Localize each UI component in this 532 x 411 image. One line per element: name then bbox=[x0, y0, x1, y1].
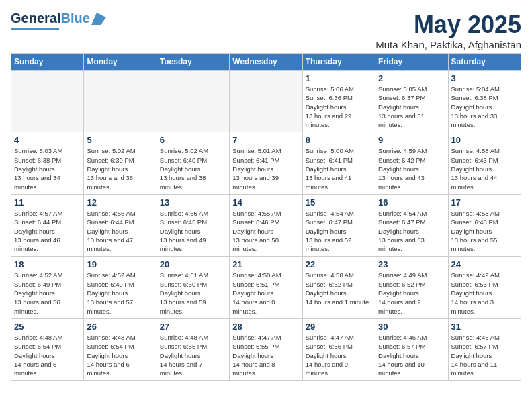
day-number: 23 bbox=[378, 259, 445, 269]
calendar-cell-17: 17Sunrise: 4:53 AMSunset: 6:48 PMDayligh… bbox=[448, 194, 521, 256]
calendar-header-row: SundayMondayTuesdayWednesdayThursdayFrid… bbox=[11, 54, 521, 71]
col-header-tuesday: Tuesday bbox=[157, 54, 229, 71]
logo-icon bbox=[91, 13, 106, 25]
day-number: 7 bbox=[232, 135, 299, 145]
calendar-cell-23: 23Sunrise: 4:49 AMSunset: 6:52 PMDayligh… bbox=[375, 257, 448, 318]
day-number: 26 bbox=[87, 322, 153, 332]
day-info: Sunrise: 4:49 AMSunset: 6:52 PMDaylight … bbox=[378, 271, 445, 315]
logo-blue: Blue bbox=[60, 11, 89, 26]
day-info: Sunrise: 4:52 AMSunset: 6:49 PMDaylight … bbox=[87, 271, 153, 315]
calendar-week-4: 18Sunrise: 4:52 AMSunset: 6:49 PMDayligh… bbox=[11, 257, 521, 318]
day-info: Sunrise: 4:48 AMSunset: 6:54 PMDaylight … bbox=[87, 333, 153, 377]
day-number: 12 bbox=[87, 197, 153, 208]
logo: General Blue bbox=[11, 11, 106, 30]
col-header-sunday: Sunday bbox=[11, 54, 84, 71]
calendar-cell-14: 14Sunrise: 4:55 AMSunset: 6:46 PMDayligh… bbox=[230, 194, 302, 256]
day-info: Sunrise: 4:46 AMSunset: 6:57 PMDaylight … bbox=[451, 333, 518, 377]
calendar-week-5: 25Sunrise: 4:48 AMSunset: 6:54 PMDayligh… bbox=[11, 318, 521, 380]
calendar-cell-25: 25Sunrise: 4:48 AMSunset: 6:54 PMDayligh… bbox=[11, 318, 84, 380]
calendar-cell-empty-0-3 bbox=[230, 71, 302, 132]
calendar-table: SundayMondayTuesdayWednesdayThursdayFrid… bbox=[11, 53, 521, 381]
day-info: Sunrise: 4:59 AMSunset: 6:42 PMDaylight … bbox=[378, 146, 445, 191]
calendar-cell-29: 29Sunrise: 4:47 AMSunset: 6:56 PMDayligh… bbox=[302, 318, 375, 380]
month-title: May 2025 bbox=[375, 11, 521, 39]
calendar-cell-31: 31Sunrise: 4:46 AMSunset: 6:57 PMDayligh… bbox=[448, 318, 521, 380]
calendar-cell-7: 7Sunrise: 5:01 AMSunset: 6:41 PMDaylight… bbox=[230, 132, 302, 194]
col-header-saturday: Saturday bbox=[448, 54, 521, 71]
calendar-cell-28: 28Sunrise: 4:47 AMSunset: 6:55 PMDayligh… bbox=[230, 318, 302, 380]
calendar-cell-empty-0-1 bbox=[84, 71, 157, 132]
col-header-thursday: Thursday bbox=[302, 54, 375, 71]
day-info: Sunrise: 4:50 AMSunset: 6:51 PMDaylight … bbox=[232, 271, 299, 315]
calendar-cell-6: 6Sunrise: 5:02 AMSunset: 6:40 PMDaylight… bbox=[157, 132, 229, 194]
calendar-cell-19: 19Sunrise: 4:52 AMSunset: 6:49 PMDayligh… bbox=[84, 257, 157, 318]
calendar-cell-12: 12Sunrise: 4:56 AMSunset: 6:44 PMDayligh… bbox=[84, 194, 157, 256]
day-number: 19 bbox=[87, 259, 153, 269]
day-number: 22 bbox=[306, 259, 372, 269]
day-info: Sunrise: 4:48 AMSunset: 6:54 PMDaylight … bbox=[14, 333, 81, 377]
day-number: 31 bbox=[451, 322, 518, 332]
day-info: Sunrise: 4:53 AMSunset: 6:48 PMDaylight … bbox=[451, 209, 518, 253]
calendar-cell-empty-0-0 bbox=[11, 71, 84, 132]
location-title: Muta Khan, Paktika, Afghanistan bbox=[375, 39, 521, 50]
day-info: Sunrise: 5:06 AMSunset: 6:36 PMDaylight … bbox=[306, 85, 372, 129]
day-number: 15 bbox=[306, 197, 372, 208]
day-info: Sunrise: 4:56 AMSunset: 6:44 PMDaylight … bbox=[87, 209, 153, 253]
day-info: Sunrise: 4:52 AMSunset: 6:49 PMDaylight … bbox=[14, 271, 81, 315]
day-info: Sunrise: 5:02 AMSunset: 6:39 PMDaylight … bbox=[87, 146, 153, 191]
day-number: 1 bbox=[306, 73, 372, 83]
title-block: May 2025 Muta Khan, Paktika, Afghanistan bbox=[375, 11, 521, 50]
day-number: 20 bbox=[160, 259, 226, 269]
day-number: 6 bbox=[160, 135, 226, 145]
calendar-cell-20: 20Sunrise: 4:51 AMSunset: 6:50 PMDayligh… bbox=[157, 257, 229, 318]
day-number: 3 bbox=[451, 73, 518, 83]
col-header-wednesday: Wednesday bbox=[230, 54, 302, 71]
day-info: Sunrise: 4:46 AMSunset: 6:57 PMDaylight … bbox=[378, 333, 445, 377]
calendar-cell-5: 5Sunrise: 5:02 AMSunset: 6:39 PMDaylight… bbox=[84, 132, 157, 194]
day-info: Sunrise: 5:00 AMSunset: 6:41 PMDaylight … bbox=[306, 146, 372, 191]
day-info: Sunrise: 4:50 AMSunset: 6:52 PMDaylight … bbox=[306, 271, 372, 306]
calendar-cell-10: 10Sunrise: 4:58 AMSunset: 6:43 PMDayligh… bbox=[448, 132, 521, 194]
day-info: Sunrise: 4:55 AMSunset: 6:46 PMDaylight … bbox=[232, 209, 299, 253]
calendar-cell-15: 15Sunrise: 4:54 AMSunset: 6:47 PMDayligh… bbox=[302, 194, 375, 256]
calendar-cell-16: 16Sunrise: 4:54 AMSunset: 6:47 PMDayligh… bbox=[375, 194, 448, 256]
day-info: Sunrise: 4:47 AMSunset: 6:56 PMDaylight … bbox=[306, 333, 372, 377]
day-info: Sunrise: 4:56 AMSunset: 6:45 PMDaylight … bbox=[160, 209, 226, 253]
calendar-cell-24: 24Sunrise: 4:49 AMSunset: 6:53 PMDayligh… bbox=[448, 257, 521, 318]
day-info: Sunrise: 4:54 AMSunset: 6:47 PMDaylight … bbox=[378, 209, 445, 253]
day-info: Sunrise: 4:57 AMSunset: 6:44 PMDaylight … bbox=[14, 209, 81, 253]
calendar-cell-22: 22Sunrise: 4:50 AMSunset: 6:52 PMDayligh… bbox=[302, 257, 375, 318]
calendar-cell-4: 4Sunrise: 5:03 AMSunset: 6:38 PMDaylight… bbox=[11, 132, 84, 194]
day-info: Sunrise: 5:02 AMSunset: 6:40 PMDaylight … bbox=[160, 146, 226, 191]
day-info: Sunrise: 4:49 AMSunset: 6:53 PMDaylight … bbox=[451, 271, 518, 315]
calendar-cell-13: 13Sunrise: 4:56 AMSunset: 6:45 PMDayligh… bbox=[157, 194, 229, 256]
calendar-cell-8: 8Sunrise: 5:00 AMSunset: 6:41 PMDaylight… bbox=[302, 132, 375, 194]
calendar-week-2: 4Sunrise: 5:03 AMSunset: 6:38 PMDaylight… bbox=[11, 132, 521, 194]
day-number: 18 bbox=[14, 259, 81, 269]
calendar-cell-21: 21Sunrise: 4:50 AMSunset: 6:51 PMDayligh… bbox=[230, 257, 302, 318]
day-info: Sunrise: 4:58 AMSunset: 6:43 PMDaylight … bbox=[451, 146, 518, 191]
day-number: 5 bbox=[87, 135, 153, 145]
day-number: 16 bbox=[378, 197, 445, 208]
day-info: Sunrise: 4:47 AMSunset: 6:55 PMDaylight … bbox=[232, 333, 299, 377]
day-number: 29 bbox=[306, 322, 372, 332]
calendar-cell-2: 2Sunrise: 5:05 AMSunset: 6:37 PMDaylight… bbox=[375, 71, 448, 132]
day-number: 13 bbox=[160, 197, 226, 208]
calendar-cell-30: 30Sunrise: 4:46 AMSunset: 6:57 PMDayligh… bbox=[375, 318, 448, 380]
day-number: 27 bbox=[160, 322, 226, 332]
day-number: 25 bbox=[14, 322, 81, 332]
day-number: 10 bbox=[451, 135, 518, 145]
day-info: Sunrise: 5:05 AMSunset: 6:37 PMDaylight … bbox=[378, 85, 445, 129]
calendar-week-1: 1Sunrise: 5:06 AMSunset: 6:36 PMDaylight… bbox=[11, 71, 521, 132]
day-number: 11 bbox=[14, 197, 81, 208]
calendar-cell-26: 26Sunrise: 4:48 AMSunset: 6:54 PMDayligh… bbox=[84, 318, 157, 380]
calendar-cell-27: 27Sunrise: 4:48 AMSunset: 6:55 PMDayligh… bbox=[157, 318, 229, 380]
day-number: 30 bbox=[378, 322, 445, 332]
page-header: General Blue May 2025 Muta Khan, Paktika… bbox=[11, 11, 521, 50]
col-header-friday: Friday bbox=[375, 54, 448, 71]
day-info: Sunrise: 5:04 AMSunset: 6:38 PMDaylight … bbox=[451, 85, 518, 129]
day-number: 17 bbox=[451, 197, 518, 208]
svg-marker-0 bbox=[91, 13, 106, 25]
calendar-cell-9: 9Sunrise: 4:59 AMSunset: 6:42 PMDaylight… bbox=[375, 132, 448, 194]
calendar-week-3: 11Sunrise: 4:57 AMSunset: 6:44 PMDayligh… bbox=[11, 194, 521, 256]
